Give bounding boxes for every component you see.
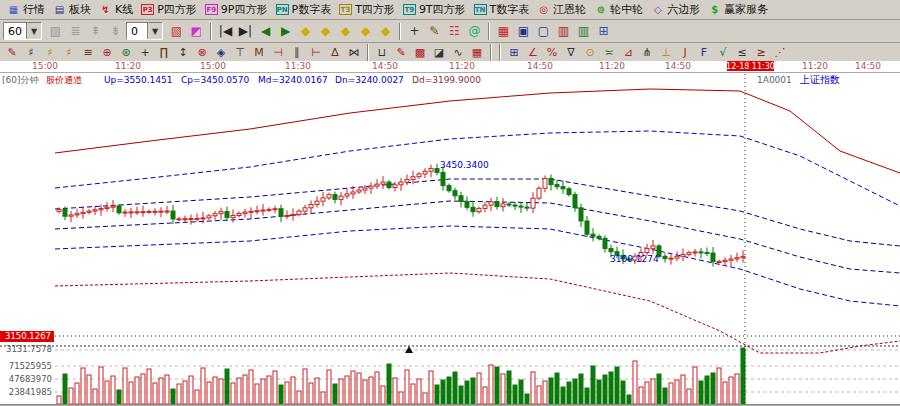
candle-body [519,206,523,207]
top-line-tool-icon[interactable]: ⊤ [231,44,249,60]
calculator-tool-icon[interactable]: ▣ [514,22,533,41]
disabled-down-tool-icon[interactable]: ⇟ [106,22,125,41]
menu-item-4[interactable]: P3P四方形 [137,1,201,19]
menu-item-2[interactable]: ▤板块 [49,1,95,19]
export-tool-icon[interactable]: ⊞ [594,22,613,41]
toolbar-separator [367,44,369,61]
candle-body [429,169,433,172]
time-circle-tool-icon[interactable]: ⊙ [581,44,599,60]
circle-cross-tool-icon[interactable]: ⊕ [98,44,116,60]
chevron-down-icon[interactable]: ▼ [26,23,41,39]
disabled-up-tool-icon[interactable]: ⇞ [86,22,105,41]
parallel-lines-tool-icon[interactable]: ≡ [79,44,97,60]
pattern-area-tool-icon[interactable]: ▧ [167,22,186,41]
grid-tool-icon[interactable]: ☷ [445,22,464,41]
prev-bar-button-icon[interactable]: ◀ [256,22,275,41]
first-bar-button-icon[interactable]: |◀ [216,22,235,41]
gann-star-tool-2-icon[interactable]: ◆ [316,22,335,41]
color-chart-tool-icon[interactable]: ◩ [187,22,206,41]
target-tool-icon[interactable]: ⊗ [193,44,211,60]
cup-tool-icon[interactable]: ⊔ [373,44,391,60]
triangle-tool-icon[interactable]: ∆ [326,44,344,60]
candle-body [99,209,103,210]
menu-item-6[interactable]: PNP数字表 [272,1,336,19]
cross-line-tool-icon[interactable]: + [136,44,154,60]
menu-item-9[interactable]: TNT数字表 [470,1,534,19]
gann-angle-tool-icon[interactable]: ∠ [524,44,542,60]
candle-body [561,187,565,189]
menu-item-12[interactable]: ◇六边形 [647,1,704,19]
menu-item-13[interactable]: $赢家服务 [704,1,772,19]
table-grid-tool-icon[interactable]: ▦ [468,44,486,60]
volume-bar [663,388,667,404]
chevron-down-icon[interactable]: ▼ [147,23,162,39]
pencil-tool-icon[interactable]: ✎ [425,22,444,41]
copy-tool-icon[interactable]: ▥ [574,22,593,41]
menu-item-8[interactable]: T99T四方形 [399,1,470,19]
menu-item-1[interactable]: ▦行情 [3,1,49,19]
hatch-box-tool-icon[interactable]: ▩ [411,44,429,60]
chart-area[interactable]: 15:0011:2015:0011:3014:5011:2014:5011:20… [0,61,900,406]
overlay-select[interactable]: 0▼ [126,22,163,40]
sqrt-tool-icon[interactable]: √ [714,44,732,60]
bowtie-tool-icon[interactable]: ⋈ [345,44,363,60]
gte-angle-tool-icon[interactable]: ≥ [752,44,770,60]
last-bar-button-icon[interactable]: ▶| [236,22,255,41]
candle-body [435,169,439,173]
menu-item-11[interactable]: ⊚轮中轮 [590,1,647,19]
support-line-tool-icon[interactable]: ⊥ [657,44,675,60]
candle-body [171,211,175,219]
quadrant-tool-icon[interactable]: ⊞ [505,44,523,60]
gann-grid-tool-3-icon[interactable]: ♯ [60,44,78,60]
right-bracket-tool-icon[interactable]: ⊢ [307,44,325,60]
window-tool-icon[interactable]: ▢ [534,22,553,41]
balance-tool-icon[interactable]: ≍ [600,44,618,60]
marker-tool-icon[interactable]: ✎ [392,44,410,60]
menu-item-7[interactable]: T3T四方形 [335,1,399,19]
candle-body [159,211,163,212]
calendar-tool-icon[interactable]: ▦ [494,22,513,41]
disabled-list-tool-icon[interactable]: ≣ [66,22,85,41]
percent-retrace-tool-icon[interactable]: % [543,44,561,60]
gann-star-tool-5-icon[interactable]: ◆ [376,22,395,41]
wave-tool-icon[interactable]: M [250,44,268,60]
candle-body [357,190,361,192]
gann-star-tool-4-icon[interactable]: ◆ [356,22,375,41]
spiral-tool-icon[interactable]: @ [465,22,484,41]
next-bar-button-icon[interactable]: ▶ [276,22,295,41]
candle-body [327,195,331,198]
gann-star-tool-1-icon[interactable]: ◆ [296,22,315,41]
menu-item-3[interactable]: ↯K线 [95,1,137,19]
candle-body [603,238,607,248]
pillar-tool-icon[interactable]: ∏ [155,44,173,60]
left-bracket-tool-icon[interactable]: ⊣ [269,44,287,60]
volume-bar [453,372,457,404]
fib-tool-icon[interactable]: F [695,44,713,60]
half-box-tool-icon[interactable]: ◪ [430,44,448,60]
channel-tool-icon[interactable]: ∥ [288,44,306,60]
menu-item-5[interactable]: F99P四方形 [201,1,272,19]
save-tool-icon[interactable]: ▥ [554,22,573,41]
rays-tool-icon[interactable]: ⋰ [771,44,789,60]
angle-wedge-tool-icon[interactable]: ⊿ [619,44,637,60]
crosshair-tool-icon[interactable]: + [405,22,424,41]
gann-grid-tool-2-icon[interactable]: ♯ [41,44,59,60]
volume-bar [93,389,97,404]
menu-bar: ▦行情▤板块↯K线P3P四方形F99P四方形PNP数字表T3T四方形T99T四方… [0,0,900,20]
candle-body [291,214,295,215]
small-wheel-tool-icon[interactable]: ⊛ [117,44,135,60]
gann-star-tool-3-icon[interactable]: ◆ [336,22,355,41]
disabled-zoom-tool-icon[interactable]: ▨ [46,22,65,41]
diamond-tool-icon[interactable]: ◈ [212,44,230,60]
j-angle-tool-icon[interactable]: J [676,44,694,60]
period-select[interactable]: 60▼ [3,22,42,40]
vertical-range-tool-icon[interactable]: ↕ [174,44,192,60]
chart-canvas[interactable]: 15:0011:2015:0011:3014:5011:2014:5011:20… [0,61,900,406]
pitchfork-tool-icon[interactable]: ⋔ [638,44,656,60]
fan-down-tool-icon[interactable]: ∇ [562,44,580,60]
gann-grid-tool-1-icon[interactable]: ♯ [22,44,40,60]
menu-item-10[interactable]: ◎江恩轮 [533,1,590,19]
draw-brush-tool-icon[interactable]: ✎ [3,44,21,60]
lte-angle-tool-icon[interactable]: ≤ [733,44,751,60]
sine-tool-icon[interactable]: ∿ [449,44,467,60]
